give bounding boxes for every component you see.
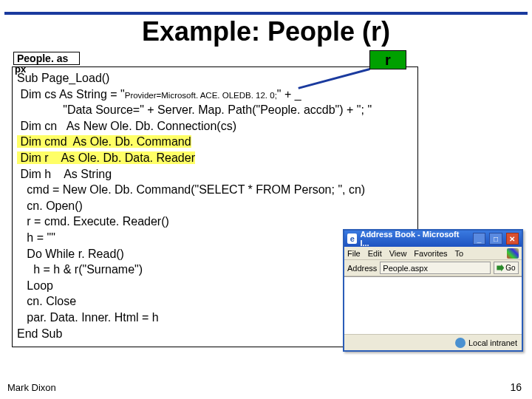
go-button[interactable]: Go	[494, 262, 519, 274]
browser-viewport	[344, 276, 522, 334]
status-text: Local intranet	[468, 338, 517, 347]
code-line: "Data Source=" + Server. Map. Path("Peop…	[17, 102, 413, 118]
browser-addressbar: Address People.aspx Go	[344, 260, 522, 276]
address-field[interactable]: People.aspx	[380, 262, 491, 274]
menu-view[interactable]: View	[389, 249, 407, 258]
code-line: Dim cs As String = "Provider=Microsoft. …	[17, 86, 413, 103]
windows-flag-icon	[507, 248, 519, 259]
code-line: Dim r As Ole. Db. Data. Reader	[17, 150, 413, 166]
maximize-button[interactable]: □	[489, 233, 502, 245]
browser-window: e Address Book - Microsoft I... _ □ ✕ Fi…	[343, 229, 523, 352]
address-label: Address	[347, 264, 377, 273]
code-line: Dim cmd As Ole. Db. Command	[17, 134, 413, 150]
filename-label: People. as	[13, 52, 80, 65]
highlighted-span: Dim r As Ole. Db. Data. Reader	[17, 151, 195, 164]
code-line: cn. Open()	[17, 198, 413, 214]
menu-file[interactable]: File	[347, 249, 361, 258]
browser-menubar: File Edit View Favorites To	[344, 247, 522, 260]
menu-favorites[interactable]: Favorites	[414, 249, 447, 258]
code-line: r = cmd. Execute. Reader()	[17, 214, 413, 230]
code-line: cmd = New Ole. Db. Command("SELECT * FRO…	[17, 182, 413, 198]
footer-author: Mark Dixon	[7, 382, 56, 393]
go-arrow-icon	[497, 265, 504, 272]
close-button[interactable]: ✕	[506, 233, 519, 245]
code-line: Dim h As String	[17, 166, 413, 183]
menu-tools[interactable]: To	[455, 249, 464, 258]
minimize-button[interactable]: _	[473, 233, 485, 245]
browser-titlebar: e Address Book - Microsoft I... _ □ ✕	[344, 231, 522, 247]
browser-title-text: Address Book - Microsoft I...	[360, 230, 466, 248]
highlighted-span: Dim cmd As Ole. Db. Command	[17, 135, 191, 148]
slide-title: Example: People (r)	[0, 16, 532, 47]
zone-icon	[455, 338, 466, 348]
code-line: Dim cn As New Ole. Db. Connection(cs)	[17, 118, 413, 134]
browser-statusbar: Local intranet	[344, 334, 522, 350]
ie-icon: e	[347, 233, 357, 244]
title-rule	[4, 12, 528, 15]
r-callout-label: r	[369, 50, 406, 69]
menu-edit[interactable]: Edit	[368, 249, 382, 258]
filename-label-ext: px	[15, 64, 26, 75]
footer-page-number: 16	[510, 381, 522, 393]
address-value: People.aspx	[383, 264, 428, 273]
